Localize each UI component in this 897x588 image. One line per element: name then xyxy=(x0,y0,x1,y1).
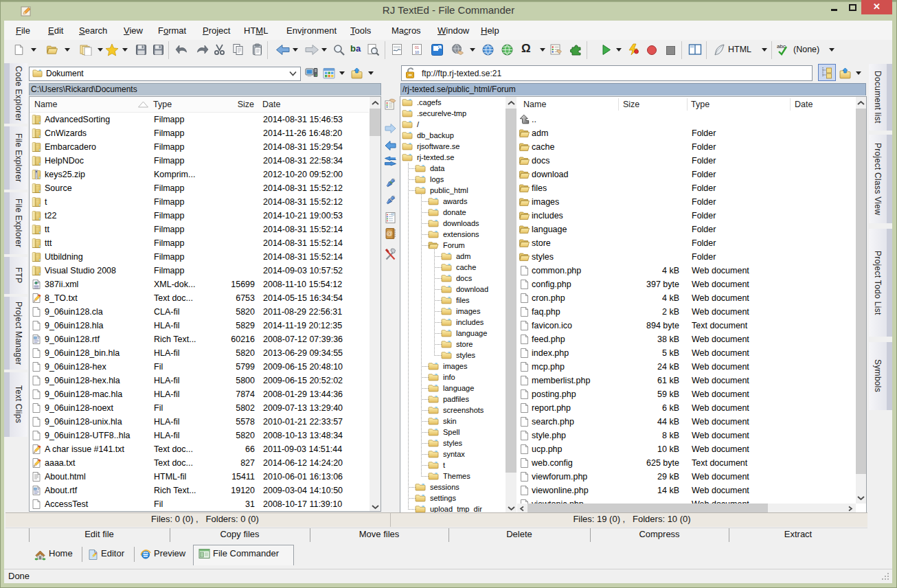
svg-text:@: @ xyxy=(386,230,392,237)
svg-text:01: 01 xyxy=(415,45,419,49)
svg-text:10: 10 xyxy=(415,50,419,54)
